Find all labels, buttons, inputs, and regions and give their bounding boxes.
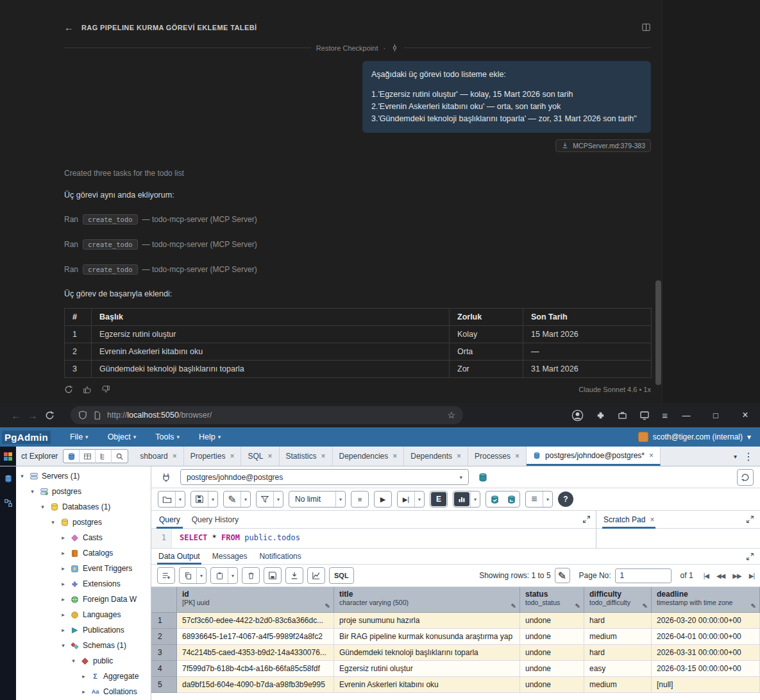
- connection-select[interactable]: postgres/johndoe@postgres ▾: [180, 469, 469, 485]
- pencil-icon[interactable]: ✎: [643, 602, 648, 610]
- expand-scratch-icon[interactable]: [746, 515, 754, 524]
- chevron-down-icon[interactable]: ▾: [19, 473, 26, 479]
- limit-dropdown-icon[interactable]: ▾: [335, 491, 345, 507]
- menu-icon[interactable]: ≡: [662, 410, 668, 421]
- tree-item-schemas[interactable]: ▾Schemas (1): [16, 638, 151, 653]
- chevron-down-icon[interactable]: ▾: [70, 658, 77, 664]
- new-connection-icon[interactable]: [475, 469, 491, 486]
- explain-dropdown-icon[interactable]: ▾: [470, 491, 480, 507]
- tree-item-server-postgres[interactable]: ▾postgres: [16, 484, 151, 499]
- chevron-right-icon[interactable]: ▸: [60, 627, 67, 633]
- last-page-button[interactable]: ▶|: [749, 572, 754, 579]
- edit-dropdown-icon[interactable]: ▾: [241, 491, 250, 507]
- paste-button[interactable]: [211, 568, 228, 583]
- prev-page-button[interactable]: ◀◀: [716, 572, 725, 579]
- copy-button[interactable]: [180, 568, 196, 583]
- workspace-icon[interactable]: [618, 411, 627, 420]
- close-tab-icon[interactable]: ×: [515, 452, 519, 461]
- grid-col-status[interactable]: statustodo_status✎: [520, 587, 584, 613]
- execute-button[interactable]: ▶: [375, 491, 391, 507]
- chevron-right-icon[interactable]: ▸: [60, 550, 67, 556]
- scratch-pad-body[interactable]: [596, 529, 760, 548]
- schema-panel-shortcut-icon[interactable]: [4, 499, 13, 508]
- close-tab-icon[interactable]: ×: [173, 452, 177, 461]
- restore-checkpoint-label[interactable]: Restore Checkpoint: [316, 44, 378, 52]
- tree-item-casts[interactable]: ▸Casts: [16, 530, 151, 545]
- tab-processes[interactable]: Processes×: [468, 447, 527, 466]
- tree-item-database-postgres[interactable]: ▾postgres: [16, 515, 151, 530]
- tree-item-extensions[interactable]: ▸Extensions: [16, 576, 151, 592]
- chevron-right-icon[interactable]: ▸: [60, 581, 67, 587]
- extensions-icon[interactable]: [596, 411, 605, 420]
- tree-item-servers[interactable]: ▾Servers (1): [16, 468, 151, 484]
- tab-dependencies[interactable]: Dependencies×: [333, 447, 405, 466]
- grid-col-id[interactable]: id[PK] uuid✎: [177, 587, 334, 613]
- back-arrow-icon[interactable]: ←: [64, 22, 74, 33]
- explain-analyze-button[interactable]: [454, 492, 469, 506]
- tree-view-icon[interactable]: [96, 450, 112, 463]
- cell-status[interactable]: undone: [520, 677, 584, 693]
- tree-item-languages[interactable]: ▸Languages: [16, 607, 151, 622]
- tab-statistics[interactable]: Statistics×: [280, 447, 333, 466]
- pencil-icon[interactable]: ✎: [751, 602, 756, 610]
- menu-file[interactable]: File▾: [70, 432, 89, 441]
- commit-node-icon[interactable]: [391, 44, 399, 52]
- tab-dependents[interactable]: Dependents×: [404, 447, 468, 466]
- cell-status[interactable]: undone: [520, 645, 584, 661]
- grid-col-title[interactable]: titlecharacter varying (500)✎: [334, 587, 520, 613]
- retry-icon[interactable]: [64, 385, 73, 394]
- macros-button[interactable]: ≡: [526, 491, 543, 507]
- explain-button[interactable]: E: [431, 492, 446, 506]
- menu-tools[interactable]: Tools▾: [155, 432, 180, 441]
- tree-item-schema-public[interactable]: ▾public: [16, 653, 151, 669]
- delete-row-button[interactable]: [242, 568, 259, 583]
- add-row-button[interactable]: [158, 568, 174, 583]
- row-limit-select[interactable]: No limit: [289, 495, 335, 504]
- downloads-icon[interactable]: [639, 410, 650, 420]
- tool-name-chip[interactable]: create_todo: [83, 264, 138, 275]
- shield-icon[interactable]: [78, 411, 87, 420]
- cell-difficulty[interactable]: hard: [584, 613, 652, 629]
- pinned-panel-icon[interactable]: [0, 447, 16, 466]
- chevron-down-icon[interactable]: ▾: [49, 519, 56, 525]
- chevron-right-icon[interactable]: ▸: [60, 596, 67, 602]
- filter-dropdown-icon[interactable]: ▾: [273, 491, 283, 507]
- maximize-button[interactable]: □: [701, 411, 730, 420]
- pencil-icon[interactable]: ✎: [575, 602, 580, 610]
- cell-title[interactable]: Bir RAG pipeline kurmak konusunda araştı…: [334, 629, 520, 645]
- paste-dropdown-icon[interactable]: ▾: [228, 568, 237, 583]
- model-label[interactable]: Claude Sonnet 4.6 • 1x: [578, 386, 651, 393]
- page-info-icon[interactable]: [93, 411, 101, 420]
- macros-dropdown-icon[interactable]: ▾: [543, 491, 552, 507]
- tab-properties[interactable]: Properties×: [184, 447, 242, 466]
- close-tab-icon[interactable]: ×: [457, 452, 461, 461]
- tab-data-output[interactable]: Data Output: [157, 549, 201, 565]
- graph-visualiser-button[interactable]: [308, 568, 325, 583]
- chevron-right-icon[interactable]: ▸: [80, 688, 87, 695]
- tab-list-chevron-icon[interactable]: ▾: [734, 453, 737, 460]
- chevron-down-icon[interactable]: ▾: [39, 504, 46, 510]
- chevron-right-icon[interactable]: ▸: [60, 565, 67, 572]
- tree-item-collations[interactable]: ▸AaCollations: [16, 684, 151, 699]
- chevron-down-icon[interactable]: ▾: [29, 488, 36, 495]
- profile-icon[interactable]: [571, 409, 584, 422]
- url-text[interactable]: http://localhost:5050/browser/: [107, 411, 212, 420]
- help-button[interactable]: ?: [558, 491, 573, 507]
- tree-item-aggregates[interactable]: ▸ΣAggregate: [16, 669, 151, 684]
- cell-id[interactable]: 68936645-1e17-4067-a4f5-9989f24a8fc2: [177, 629, 334, 645]
- thumbs-down-icon[interactable]: [101, 385, 110, 394]
- cell-id[interactable]: da9bf15d-604e-4090-b7da-a98fb3b9e995: [177, 677, 334, 693]
- tab-scratch-pad[interactable]: Scratch Pad×: [602, 511, 655, 529]
- cell-id[interactable]: 57cf3c60-edee-4422-b2d0-83c6a366dc...: [177, 613, 334, 629]
- cancel-query-button[interactable]: ■: [351, 491, 368, 507]
- chevron-right-icon[interactable]: ▸: [60, 611, 67, 618]
- first-page-button[interactable]: |◀: [704, 572, 709, 579]
- tree-item-databases[interactable]: ▾Databases (1): [16, 499, 151, 515]
- row-number[interactable]: 1: [151, 613, 177, 629]
- expand-output-icon[interactable]: [746, 552, 754, 561]
- row-number[interactable]: 2: [151, 629, 177, 645]
- cell-title[interactable]: Evrenin Askerleri kitabını oku: [334, 677, 520, 693]
- next-page-button[interactable]: ▶▶: [732, 572, 741, 579]
- tree-item-catalogs[interactable]: ▸Catalogs: [16, 545, 151, 561]
- execute-dropdown-icon[interactable]: ▾: [414, 491, 424, 507]
